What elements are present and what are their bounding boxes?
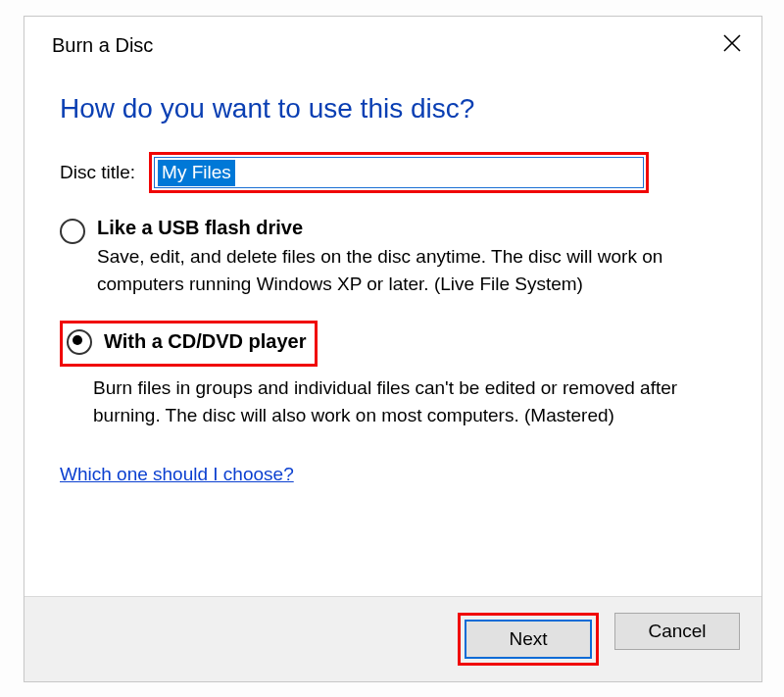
dialog-content: How do you want to use this disc? Disc t… — [24, 60, 761, 596]
radio-icon — [60, 219, 85, 244]
radio-icon — [67, 329, 92, 355]
option-cd-dvd-player[interactable]: With a CD/DVD player — [60, 321, 726, 367]
next-button[interactable]: Next — [465, 620, 592, 659]
titlebar: Burn a Disc — [24, 17, 761, 60]
dialog-title: Burn a Disc — [52, 34, 153, 57]
burn-disc-dialog: Burn a Disc How do you want to use this … — [24, 16, 762, 682]
close-button[interactable] — [710, 26, 754, 60]
dialog-footer: Next Cancel — [24, 596, 761, 681]
cancel-button[interactable]: Cancel — [614, 613, 740, 650]
disc-title-input[interactable]: My Files — [154, 157, 644, 188]
option-desc: Burn files in groups and individual file… — [93, 374, 691, 428]
disc-title-row: Disc title: My Files — [60, 152, 726, 193]
disc-title-label: Disc title: — [60, 162, 135, 183]
option-title: Like a USB flash drive — [97, 217, 303, 239]
option-desc: Save, edit, and delete files on the disc… — [97, 243, 695, 297]
option-text: Like a USB flash drive Save, edit, and d… — [97, 217, 726, 297]
next-button-highlight: Next — [458, 613, 599, 666]
options-group: Like a USB flash drive Save, edit, and d… — [60, 217, 726, 428]
help-link[interactable]: Which one should I choose? — [60, 464, 294, 485]
option-cd-dvd-highlight: With a CD/DVD player — [60, 321, 318, 367]
disc-title-highlight: My Files — [149, 152, 649, 193]
cancel-button-label: Cancel — [648, 621, 706, 642]
next-button-label: Next — [509, 628, 547, 650]
disc-title-value: My Files — [158, 160, 235, 186]
option-title: With a CD/DVD player — [104, 330, 307, 353]
close-icon — [722, 33, 742, 53]
option-usb-flash-drive[interactable]: Like a USB flash drive Save, edit, and d… — [60, 217, 726, 297]
dialog-heading: How do you want to use this disc? — [60, 93, 726, 124]
